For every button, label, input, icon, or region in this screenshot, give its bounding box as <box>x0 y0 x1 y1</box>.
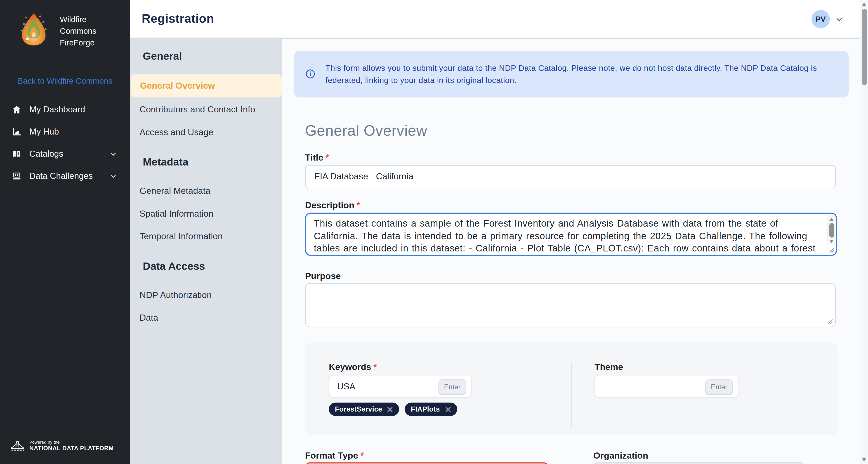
format-type-field[interactable] <box>305 462 549 464</box>
chevron-down-icon <box>110 173 117 180</box>
theme-label: Theme <box>594 362 623 372</box>
chart-icon <box>11 127 22 137</box>
scroll-up-arrow[interactable] <box>862 2 866 6</box>
nav-group-heading-data-access: Data Access <box>130 252 282 281</box>
sidebar-item-my-hub[interactable]: My Hub <box>0 121 130 143</box>
avatar-chevron-down-icon[interactable] <box>835 16 843 23</box>
keyword-tag: FIAPlots <box>405 402 457 416</box>
info-banner: This form allows you to submit your data… <box>294 51 848 97</box>
platform-name: NATIONAL DATA PLATFORM <box>29 444 114 451</box>
sidebar-item-label: My Hub <box>29 127 59 137</box>
description-label: Description* <box>305 200 360 211</box>
sidebar-nav: My Dashboard My Hub Catalogs <box>0 99 130 187</box>
title-input[interactable] <box>305 165 836 188</box>
back-to-wildfire-commons-link[interactable]: Back to Wildfire Commons <box>0 76 130 85</box>
keyword-tags: ForestService FIAPlots <box>329 402 457 416</box>
ndp-footer: Powered by the NATIONAL DATA PLATFORM <box>10 439 114 452</box>
chevron-down-icon <box>110 150 117 158</box>
sidebar-item-my-dashboard[interactable]: My Dashboard <box>0 99 130 121</box>
powered-by-text: Powered by the <box>29 439 114 444</box>
nav-group-heading-metadata: Metadata <box>130 148 282 177</box>
column-divider <box>571 362 572 428</box>
keywords-input[interactable] <box>337 375 416 397</box>
nav-item-spatial-information[interactable]: Spatial Information <box>130 203 282 225</box>
scroll-down-arrow[interactable] <box>862 458 866 462</box>
keywords-input-box: Enter <box>329 375 472 398</box>
sidebar-item-label: Data Challenges <box>29 171 93 181</box>
info-icon <box>305 69 315 80</box>
laptop-code-icon <box>11 171 22 181</box>
nav-item-general-metadata[interactable]: General Metadata <box>130 180 282 202</box>
title-label: Title* <box>305 153 329 163</box>
scroll-thumb[interactable] <box>829 223 834 238</box>
textarea-resize-grip[interactable] <box>827 318 834 325</box>
textarea-resize-grip[interactable] <box>827 245 835 254</box>
theme-input[interactable] <box>603 375 683 397</box>
sidebar-item-data-challenges[interactable]: Data Challenges <box>0 165 130 187</box>
primary-sidebar: Wildfire Commons FireForge Back to Wildf… <box>0 0 130 464</box>
scroll-thumb[interactable] <box>862 9 867 85</box>
required-asterisk: * <box>373 362 377 372</box>
fireforge-flame-logo <box>17 11 51 48</box>
nav-item-general-overview[interactable]: General Overview <box>131 74 282 97</box>
required-asterisk: * <box>356 200 360 210</box>
keywords-label: Keywords* <box>329 362 377 372</box>
form-section-nav: General General Overview Contributors an… <box>130 39 282 464</box>
enter-key-hint: Enter <box>705 379 733 394</box>
organization-label: Organization <box>593 451 648 461</box>
keyword-tag-label: ForestService <box>335 405 382 413</box>
topbar: Registration PV <box>130 0 860 39</box>
keyword-tag-label: FIAPlots <box>411 405 440 413</box>
sidebar-item-label: My Dashboard <box>29 105 85 115</box>
purpose-label: Purpose <box>305 271 341 281</box>
tag-remove-icon[interactable] <box>445 406 451 412</box>
theme-input-box: Enter <box>594 375 739 398</box>
sidebar-item-label: Catalogs <box>29 149 63 159</box>
info-banner-text: This form allows you to submit your data… <box>326 62 836 86</box>
scroll-down-arrow[interactable] <box>829 240 834 243</box>
description-field: This dataset contains a sample of the Fo… <box>305 213 837 256</box>
nav-item-temporal-information[interactable]: Temporal Information <box>130 225 282 248</box>
purpose-textarea[interactable] <box>306 284 835 327</box>
tag-remove-icon[interactable] <box>387 406 393 412</box>
textarea-scrollbar[interactable] <box>827 215 835 246</box>
description-textarea[interactable]: This dataset contains a sample of the Fo… <box>306 214 836 255</box>
page-title: Registration <box>142 11 214 26</box>
user-avatar[interactable]: PV <box>811 10 830 28</box>
brand-title: Wildfire Commons FireForge <box>60 14 96 49</box>
app-root: Wildfire Commons FireForge Back to Wildf… <box>0 0 868 464</box>
nav-item-ndp-authorization[interactable]: NDP Authorization <box>130 284 282 306</box>
organization-field[interactable] <box>593 462 805 464</box>
nav-item-contributors-and-contact-info[interactable]: Contributors and Contact Info <box>130 99 282 121</box>
sidebar-item-catalogs[interactable]: Catalogs <box>0 143 130 165</box>
book-icon <box>11 149 22 159</box>
scroll-up-arrow[interactable] <box>829 218 834 221</box>
form-content: This form allows you to submit your data… <box>282 39 860 464</box>
keywords-theme-panel: Keywords* Enter ForestService FIAPlots <box>305 343 837 435</box>
form-section-title: General Overview <box>305 122 427 140</box>
purpose-field <box>305 283 836 327</box>
bridge-icon <box>10 439 25 452</box>
format-type-label: Format Type* <box>305 451 364 461</box>
page-scrollbar[interactable] <box>860 0 868 464</box>
nav-item-access-and-usage[interactable]: Access and Usage <box>130 121 282 143</box>
nav-group-heading-general: General <box>130 42 282 71</box>
nav-item-data[interactable]: Data <box>130 307 282 329</box>
keyword-tag: ForestService <box>329 402 399 416</box>
required-asterisk: * <box>326 153 329 162</box>
home-icon <box>11 105 22 115</box>
enter-key-hint: Enter <box>438 379 466 394</box>
required-asterisk: * <box>360 451 364 460</box>
